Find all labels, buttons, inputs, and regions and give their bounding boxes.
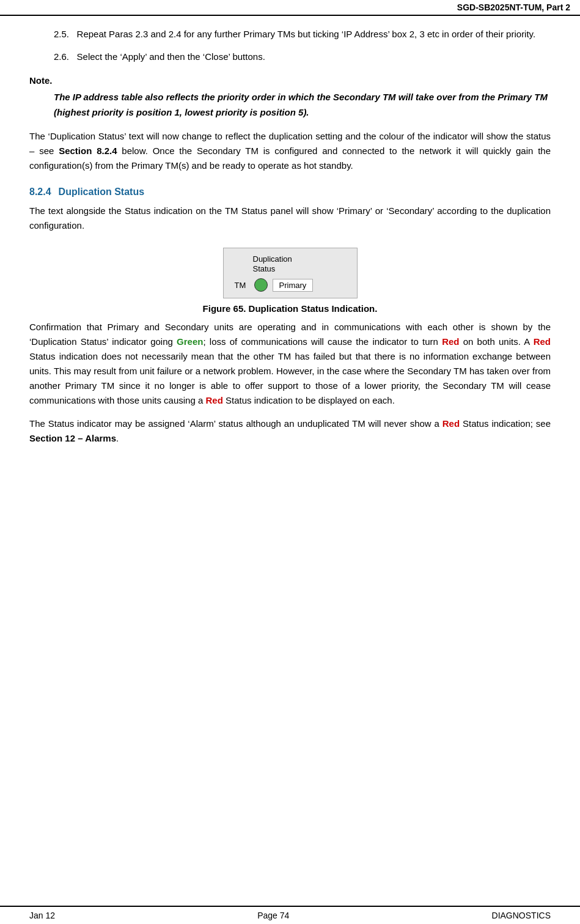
para-2-5: 2.5. Repeat Paras 2.3 and 2.4 for any fu… [54,27,551,41]
status-red: Red [442,418,460,429]
status-section-ref: Section 12 – Alarms [29,433,116,443]
confirm-red3: Red [205,395,222,405]
header-bar: SGD-SB2025NT-TUM, Part 2 [0,0,580,16]
tm-label: TM [235,281,249,290]
confirm-mid1: ; loss of communications will cause the … [203,336,442,347]
dup-line1: Duplication [253,254,292,264]
para-2-5-text: Repeat Paras 2.3 and 2.4 for any further… [77,29,536,39]
para-2-6: 2.6. Select the ‘Apply’ and then the ‘Cl… [54,50,551,64]
tm-row: TM Primary [235,278,314,292]
section-heading-8-2-4: 8.2.4Duplication Status [29,187,551,198]
body-para-1: The ‘Duplication Status’ text will now c… [29,129,551,173]
confirm-mid2: on both units. A [459,336,533,347]
figure-65: Duplication Status TM Primary Figure 65.… [29,248,551,314]
section-body-text: The text alongside the Status indication… [29,204,551,233]
section-title: Duplication Status [59,187,144,197]
confirm-green: Green [177,336,203,347]
section-number: 8.2.4 [29,187,51,197]
footer-center: Page 74 [257,911,289,920]
body-para-1-section: Section 8.2.4 [59,146,117,156]
footer-right: DIAGNOSTICS [492,911,551,920]
dup-line2: Status [253,264,276,273]
confirm-para: Confirmation that Primary and Secondary … [29,320,551,408]
status-mid: Status indication; see [460,418,551,429]
primary-label: Primary [273,279,314,292]
figure-image: Duplication Status TM Primary [223,248,358,299]
para-2-6-num: 2.6. [54,51,69,62]
status-end: . [116,433,119,443]
note-label: Note. [29,75,551,86]
main-content: 2.5. Repeat Paras 2.3 and 2.4 for any fu… [0,16,580,503]
confirm-end: Status indication to be displayed on eac… [223,395,395,405]
italic-note-block: The IP address table also reflects the p… [54,89,551,120]
para-2-5-num: 2.5. [54,29,69,39]
footer-left: Jan 12 [29,911,55,920]
green-status-indicator [254,278,268,292]
footer: Jan 12 Page 74 DIAGNOSTICS [0,906,580,924]
confirm-red2: Red [534,336,551,347]
confirm-red1: Red [442,336,459,347]
status-pre: The Status indicator may be assigned ‘Al… [29,418,442,429]
header-title: SGD-SB2025NT-TUM, Part 2 [457,2,570,12]
para-2-6-text: Select the ‘Apply’ and then the ‘Close’ … [77,51,265,62]
status-para: The Status indicator may be assigned ‘Al… [29,416,551,446]
dup-label: Duplication Status [235,254,292,275]
figure-caption: Figure 65. Duplication Status Indication… [203,303,378,314]
